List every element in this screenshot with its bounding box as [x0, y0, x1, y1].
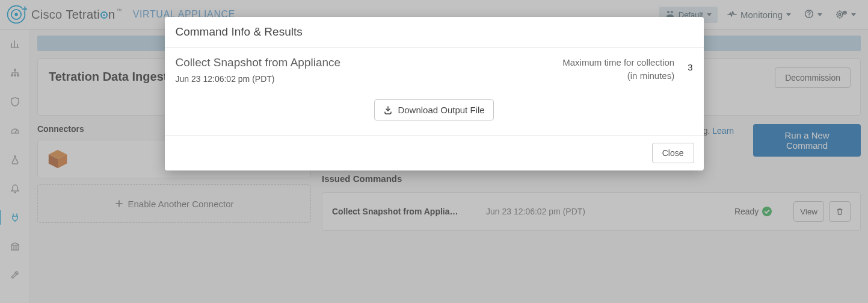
modal-command-timestamp: Jun 23 12:06:02 pm (PDT)	[176, 74, 341, 84]
modal-overlay: Command Info & Results Collect Snapshot …	[0, 0, 868, 303]
download-output-button[interactable]: Download Output File	[374, 99, 493, 120]
command-info-modal: Command Info & Results Collect Snapshot …	[165, 17, 704, 170]
modal-param-label: Maximum time for collection (in minutes)	[562, 56, 674, 83]
download-icon	[383, 105, 393, 115]
modal-title: Command Info & Results	[165, 17, 704, 48]
modal-param-value: 3	[688, 56, 692, 72]
modal-param-label-line2: (in minutes)	[562, 69, 674, 83]
download-label: Download Output File	[398, 105, 484, 115]
modal-command-title: Collect Snapshot from Appliance	[176, 56, 341, 69]
modal-param-label-line1: Maximum time for collection	[562, 56, 674, 69]
close-button[interactable]: Close	[652, 143, 694, 163]
